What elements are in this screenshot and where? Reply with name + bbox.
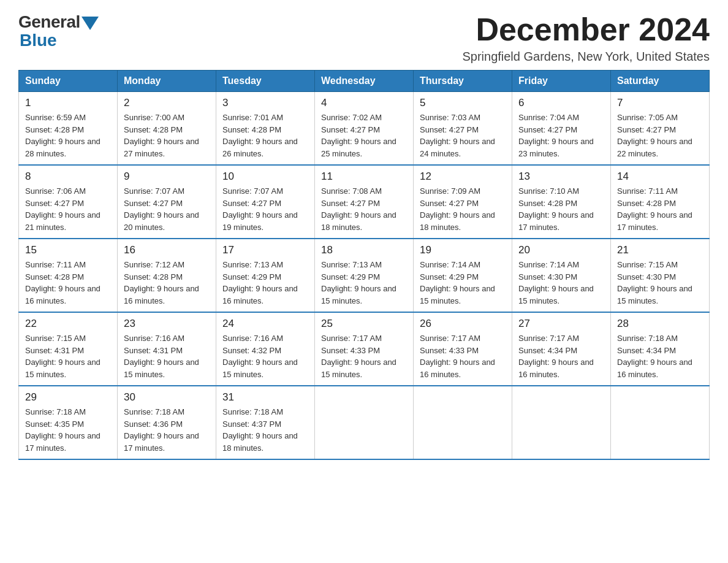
calendar-header-sunday: Sunday	[19, 71, 118, 92]
month-title: December 2024	[462, 12, 710, 47]
day-number: 27	[518, 318, 604, 330]
calendar-cell	[315, 386, 414, 459]
day-info: Sunrise: 7:14 AMSunset: 4:29 PMDaylight:…	[420, 259, 506, 307]
day-info: Sunrise: 7:15 AMSunset: 4:30 PMDaylight:…	[617, 259, 703, 307]
day-number: 12	[420, 170, 506, 183]
calendar-cell: 21 Sunrise: 7:15 AMSunset: 4:30 PMDaylig…	[611, 239, 710, 312]
calendar-header-wednesday: Wednesday	[315, 71, 414, 92]
logo-general-text: General	[18, 12, 80, 32]
day-info: Sunrise: 7:09 AMSunset: 4:27 PMDaylight:…	[420, 185, 506, 233]
calendar-cell: 7 Sunrise: 7:05 AMSunset: 4:27 PMDayligh…	[611, 92, 710, 166]
day-info: Sunrise: 7:03 AMSunset: 4:27 PMDaylight:…	[420, 112, 506, 159]
day-info: Sunrise: 7:17 AMSunset: 4:33 PMDaylight:…	[420, 332, 506, 380]
calendar-header-monday: Monday	[118, 71, 216, 92]
day-number: 18	[321, 244, 407, 256]
day-number: 4	[321, 97, 407, 109]
day-number: 25	[321, 318, 407, 330]
calendar-header-row: SundayMondayTuesdayWednesdayThursdayFrid…	[19, 71, 710, 92]
header: General Blue December 2024 Springfield G…	[18, 12, 710, 64]
calendar-week-row: 8 Sunrise: 7:06 AMSunset: 4:27 PMDayligh…	[19, 165, 710, 239]
calendar-cell: 9 Sunrise: 7:07 AMSunset: 4:27 PMDayligh…	[118, 165, 216, 239]
calendar-cell: 19 Sunrise: 7:14 AMSunset: 4:29 PMDaylig…	[414, 239, 512, 312]
calendar-cell: 14 Sunrise: 7:11 AMSunset: 4:28 PMDaylig…	[611, 165, 710, 239]
day-info: Sunrise: 7:18 AMSunset: 4:37 PMDaylight:…	[222, 406, 308, 454]
calendar-table: SundayMondayTuesdayWednesdayThursdayFrid…	[18, 70, 710, 460]
logo-triangle-icon	[82, 17, 99, 30]
calendar-cell: 27 Sunrise: 7:17 AMSunset: 4:34 PMDaylig…	[512, 312, 611, 386]
calendar-cell: 8 Sunrise: 7:06 AMSunset: 4:27 PMDayligh…	[19, 165, 118, 239]
calendar-cell: 4 Sunrise: 7:02 AMSunset: 4:27 PMDayligh…	[315, 92, 414, 166]
day-info: Sunrise: 7:18 AMSunset: 4:34 PMDaylight:…	[617, 332, 703, 380]
day-info: Sunrise: 7:02 AMSunset: 4:27 PMDaylight:…	[321, 112, 407, 159]
calendar-week-row: 22 Sunrise: 7:15 AMSunset: 4:31 PMDaylig…	[19, 312, 710, 386]
calendar-header-saturday: Saturday	[611, 71, 710, 92]
calendar-cell: 31 Sunrise: 7:18 AMSunset: 4:37 PMDaylig…	[216, 386, 315, 459]
calendar-cell: 6 Sunrise: 7:04 AMSunset: 4:27 PMDayligh…	[512, 92, 611, 166]
calendar-cell: 13 Sunrise: 7:10 AMSunset: 4:28 PMDaylig…	[512, 165, 611, 239]
day-number: 2	[124, 97, 210, 109]
day-number: 24	[222, 318, 308, 330]
day-number: 23	[124, 318, 210, 330]
day-info: Sunrise: 7:08 AMSunset: 4:27 PMDaylight:…	[321, 185, 407, 233]
calendar-cell: 30 Sunrise: 7:18 AMSunset: 4:36 PMDaylig…	[118, 386, 216, 459]
day-info: Sunrise: 7:12 AMSunset: 4:28 PMDaylight:…	[124, 259, 210, 307]
day-info: Sunrise: 7:05 AMSunset: 4:27 PMDaylight:…	[617, 112, 703, 159]
calendar-cell: 23 Sunrise: 7:16 AMSunset: 4:31 PMDaylig…	[118, 312, 216, 386]
calendar-cell: 10 Sunrise: 7:07 AMSunset: 4:27 PMDaylig…	[216, 165, 315, 239]
day-info: Sunrise: 7:13 AMSunset: 4:29 PMDaylight:…	[321, 259, 407, 307]
day-info: Sunrise: 7:11 AMSunset: 4:28 PMDaylight:…	[25, 259, 111, 307]
calendar-cell: 22 Sunrise: 7:15 AMSunset: 4:31 PMDaylig…	[19, 312, 118, 386]
day-info: Sunrise: 7:06 AMSunset: 4:27 PMDaylight:…	[25, 185, 111, 233]
calendar-cell: 5 Sunrise: 7:03 AMSunset: 4:27 PMDayligh…	[414, 92, 512, 166]
day-number: 11	[321, 170, 407, 183]
calendar-cell: 24 Sunrise: 7:16 AMSunset: 4:32 PMDaylig…	[216, 312, 315, 386]
day-info: Sunrise: 7:10 AMSunset: 4:28 PMDaylight:…	[518, 185, 604, 233]
day-number: 26	[420, 318, 506, 330]
day-info: Sunrise: 7:17 AMSunset: 4:34 PMDaylight:…	[518, 332, 604, 380]
calendar-cell: 1 Sunrise: 6:59 AMSunset: 4:28 PMDayligh…	[19, 92, 118, 166]
day-number: 7	[617, 97, 703, 109]
day-number: 6	[518, 97, 604, 109]
day-info: Sunrise: 7:18 AMSunset: 4:36 PMDaylight:…	[124, 406, 210, 454]
day-number: 21	[617, 244, 703, 256]
calendar-cell: 29 Sunrise: 7:18 AMSunset: 4:35 PMDaylig…	[19, 386, 118, 459]
calendar-week-row: 29 Sunrise: 7:18 AMSunset: 4:35 PMDaylig…	[19, 386, 710, 459]
day-number: 16	[124, 244, 210, 256]
calendar-cell: 18 Sunrise: 7:13 AMSunset: 4:29 PMDaylig…	[315, 239, 414, 312]
calendar-cell: 16 Sunrise: 7:12 AMSunset: 4:28 PMDaylig…	[118, 239, 216, 312]
calendar-cell: 25 Sunrise: 7:17 AMSunset: 4:33 PMDaylig…	[315, 312, 414, 386]
day-number: 29	[25, 391, 111, 404]
calendar-cell: 3 Sunrise: 7:01 AMSunset: 4:28 PMDayligh…	[216, 92, 315, 166]
location-subtitle: Springfield Gardens, New York, United St…	[462, 50, 710, 64]
day-info: Sunrise: 6:59 AMSunset: 4:28 PMDaylight:…	[25, 112, 111, 159]
day-number: 14	[617, 170, 703, 183]
day-number: 10	[222, 170, 308, 183]
calendar-cell: 11 Sunrise: 7:08 AMSunset: 4:27 PMDaylig…	[315, 165, 414, 239]
day-number: 9	[124, 170, 210, 183]
calendar-cell: 2 Sunrise: 7:00 AMSunset: 4:28 PMDayligh…	[118, 92, 216, 166]
day-info: Sunrise: 7:17 AMSunset: 4:33 PMDaylight:…	[321, 332, 407, 380]
day-number: 30	[124, 391, 210, 404]
day-number: 15	[25, 244, 111, 256]
calendar-cell: 15 Sunrise: 7:11 AMSunset: 4:28 PMDaylig…	[19, 239, 118, 312]
day-info: Sunrise: 7:01 AMSunset: 4:28 PMDaylight:…	[222, 112, 308, 159]
day-info: Sunrise: 7:07 AMSunset: 4:27 PMDaylight:…	[222, 185, 308, 233]
day-info: Sunrise: 7:15 AMSunset: 4:31 PMDaylight:…	[25, 332, 111, 380]
day-number: 31	[222, 391, 308, 404]
day-number: 5	[420, 97, 506, 109]
day-number: 3	[222, 97, 308, 109]
logo: General Blue	[18, 12, 99, 50]
calendar-cell: 20 Sunrise: 7:14 AMSunset: 4:30 PMDaylig…	[512, 239, 611, 312]
calendar-week-row: 1 Sunrise: 6:59 AMSunset: 4:28 PMDayligh…	[19, 92, 710, 166]
calendar-header-friday: Friday	[512, 71, 611, 92]
calendar-week-row: 15 Sunrise: 7:11 AMSunset: 4:28 PMDaylig…	[19, 239, 710, 312]
day-info: Sunrise: 7:04 AMSunset: 4:27 PMDaylight:…	[518, 112, 604, 159]
day-info: Sunrise: 7:16 AMSunset: 4:31 PMDaylight:…	[124, 332, 210, 380]
logo-blue-text: Blue	[18, 31, 57, 50]
day-number: 17	[222, 244, 308, 256]
day-info: Sunrise: 7:16 AMSunset: 4:32 PMDaylight:…	[222, 332, 308, 380]
calendar-header-tuesday: Tuesday	[216, 71, 315, 92]
day-number: 1	[25, 97, 111, 109]
calendar-cell: 12 Sunrise: 7:09 AMSunset: 4:27 PMDaylig…	[414, 165, 512, 239]
day-info: Sunrise: 7:07 AMSunset: 4:27 PMDaylight:…	[124, 185, 210, 233]
